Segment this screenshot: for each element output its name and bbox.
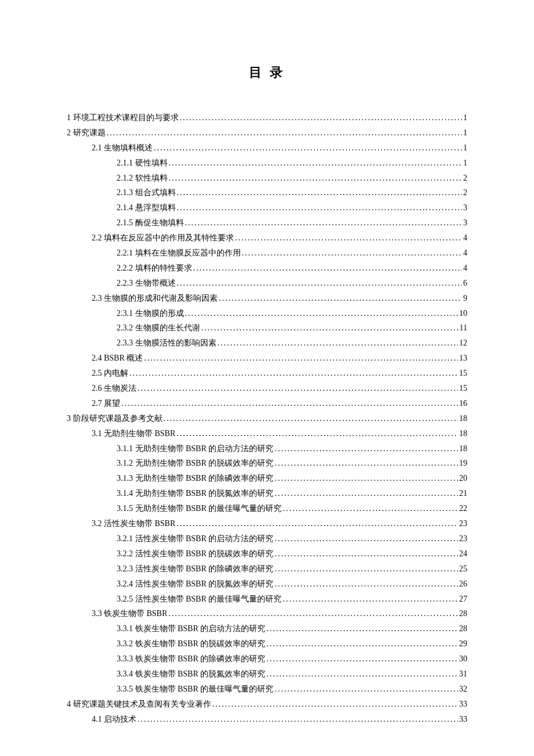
toc-entry-page: 23 — [459, 531, 467, 546]
toc-entry-page: 12 — [459, 336, 467, 351]
toc-entry-label: 3.3.1 铁炭生物带 BSBR 的启动方法的研究 — [117, 621, 265, 636]
toc-entry-label: 3.1 无助剂生物带 BSBR — [92, 426, 175, 441]
toc-entry-label: 3.1.3 无助剂生物带 BSBR 的除磷效率的研究 — [117, 471, 273, 486]
toc-entry: 2.1.4 悬浮型填料3 — [67, 200, 467, 215]
toc-leader-dots — [235, 231, 462, 246]
toc-entry-page: 24 — [459, 546, 467, 561]
toc-entry-page: 18 — [459, 411, 467, 426]
toc-entry-label: 3.1.5 无助剂生物带 BSBR 的最佳曝气量的研究 — [117, 501, 282, 516]
toc-entry: 3.2.5 活性炭生物带 BSBR 的最佳曝气量的研究27 — [67, 592, 467, 607]
toc-entry-page: 1 — [463, 141, 467, 156]
toc-entry: 3.3.4 铁炭生物带 BSBR 的脱氮效率的研究31 — [67, 667, 467, 682]
toc-leader-dots — [154, 141, 462, 156]
toc-leader-dots — [266, 651, 458, 667]
toc-entry: 3.3.5 铁炭生物带 BSBR 的最佳曝气量的研究32 — [67, 682, 467, 697]
toc-entry-page: 28 — [459, 606, 467, 621]
toc-entry-page: 3 — [463, 200, 467, 215]
toc-entry-page: 3 — [463, 215, 467, 231]
toc-entry: 4 研究课题关键技术及查阅有关专业著作33 — [67, 697, 467, 712]
toc-entry-page: 4 — [463, 231, 467, 246]
toc-entry: 2.2.1 填料在生物膜反应器中的作用4 — [67, 246, 467, 261]
toc-entry-label: 2 研究课题 — [67, 125, 106, 141]
toc-entry-page: 16 — [459, 396, 467, 411]
toc-leader-dots — [275, 577, 458, 592]
toc-entry-label: 3.3.5 铁炭生物带 BSBR 的最佳曝气量的研究 — [117, 682, 273, 697]
toc-entry-page: 15 — [459, 366, 467, 381]
toc-entry-label: 2.1.4 悬浮型填料 — [117, 200, 176, 215]
toc-leader-dots — [129, 366, 458, 381]
toc-leader-dots — [107, 125, 463, 141]
table-of-contents: 1 环境工程技术课程目的与要求12 研究课题12.1 生物填料概述12.1.1 … — [67, 110, 467, 727]
toc-leader-dots — [283, 501, 458, 516]
toc-entry-label: 3.2.5 活性炭生物带 BSBR 的最佳曝气量的研究 — [117, 592, 282, 607]
toc-entry: 3.3.2 铁炭生物带 BSBR 的脱碳效率的研究29 — [67, 636, 467, 651]
toc-leader-dots — [266, 621, 458, 636]
toc-entry-page: 4 — [463, 246, 467, 261]
toc-entry-label: 3.2.1 活性炭生物带 BSBR 的启动方法的研究 — [117, 531, 273, 546]
toc-entry-page: 31 — [459, 667, 467, 682]
toc-leader-dots — [266, 667, 458, 682]
toc-entry-label: 2.7 展望 — [92, 396, 120, 411]
toc-entry-label: 2.1.3 组合式填料 — [117, 185, 176, 200]
toc-leader-dots — [275, 486, 458, 501]
toc-entry: 2.3.2 生物膜的生长代谢11 — [67, 321, 467, 336]
toc-entry: 2.1.5 酶促生物填料3 — [67, 215, 467, 231]
toc-entry: 2 研究课题1 — [67, 125, 467, 141]
toc-leader-dots — [201, 321, 459, 336]
toc-leader-dots — [193, 261, 463, 276]
toc-entry: 3.1.4 无助剂生物带 BSBR 的脱氮效率的研究21 — [67, 486, 467, 501]
toc-entry: 3.1 无助剂生物带 BSBR18 — [67, 426, 467, 441]
toc-leader-dots — [168, 606, 458, 621]
toc-leader-dots — [275, 531, 458, 546]
toc-leader-dots — [177, 200, 463, 215]
toc-entry-page: 32 — [459, 682, 467, 697]
toc-entry-page: 13 — [459, 351, 467, 366]
toc-entry-page: 26 — [459, 577, 467, 592]
toc-leader-dots — [212, 697, 459, 712]
toc-entry-label: 2.3.3 生物膜活性的影响因素 — [117, 336, 217, 351]
toc-entry-label: 4 研究课题关键技术及查阅有关专业著作 — [67, 697, 211, 712]
toc-entry-page: 1 — [463, 110, 467, 125]
toc-entry-page: 10 — [459, 306, 467, 321]
toc-entry: 2.2.2 填料的特性要求4 — [67, 261, 467, 276]
toc-entry-page: 11 — [460, 321, 467, 336]
toc-leader-dots — [169, 156, 463, 171]
toc-entry: 3.2.3 活性炭生物带 BSBR 的除磷效率的研究25 — [67, 561, 467, 577]
toc-entry: 4.1 启动技术33 — [67, 712, 467, 727]
toc-entry: 3.2 活性炭生物带 BSBR23 — [67, 516, 467, 531]
toc-entry-page: 22 — [459, 501, 467, 516]
toc-entry-label: 3 阶段研究课题及参考文献 — [67, 411, 163, 426]
toc-entry-label: 2.1.5 酶促生物填料 — [117, 215, 184, 231]
toc-entry-label: 4.1 启动技术 — [92, 712, 136, 727]
toc-leader-dots — [185, 215, 463, 231]
toc-entry: 3.3 铁炭生物带 BSBR28 — [67, 606, 467, 621]
toc-entry-label: 2.1.1 硬性填料 — [117, 156, 168, 171]
toc-leader-dots — [121, 396, 458, 411]
toc-entry-label: 3.2 活性炭生物带 BSBR — [92, 516, 175, 531]
page-title: 目 录 — [67, 64, 467, 81]
toc-entry: 2.4 BSBR 概述13 — [67, 351, 467, 366]
toc-leader-dots — [177, 185, 463, 200]
toc-leader-dots — [138, 712, 458, 727]
toc-entry: 2.3.1 生物膜的形成10 — [67, 306, 467, 321]
toc-entry-page: 4 — [463, 261, 467, 276]
toc-entry: 2.1 生物填料概述1 — [67, 141, 467, 156]
toc-entry: 2.3.3 生物膜活性的影响因素12 — [67, 336, 467, 351]
toc-entry-label: 2.5 内电解 — [92, 366, 128, 381]
toc-entry-page: 15 — [459, 381, 467, 396]
toc-entry-label: 3.3 铁炭生物带 BSBR — [92, 606, 167, 621]
toc-leader-dots — [138, 381, 458, 396]
toc-leader-dots — [275, 682, 458, 697]
toc-leader-dots — [176, 516, 458, 531]
toc-entry-page: 33 — [459, 712, 467, 727]
toc-entry: 1 环境工程技术课程目的与要求1 — [67, 110, 467, 125]
toc-entry-label: 2.2.3 生物带概述 — [117, 276, 176, 291]
toc-entry: 2.6 生物炭法15 — [67, 381, 467, 396]
toc-entry-page: 29 — [459, 636, 467, 651]
toc-entry-label: 2.3 生物膜的形成和代谢及影响因素 — [92, 291, 218, 306]
toc-entry-page: 2 — [463, 171, 467, 186]
toc-entry: 2.1.1 硬性填料1 — [67, 156, 467, 171]
toc-leader-dots — [266, 636, 458, 651]
toc-entry-label: 2.6 生物炭法 — [92, 381, 136, 396]
toc-leader-dots — [185, 306, 459, 321]
